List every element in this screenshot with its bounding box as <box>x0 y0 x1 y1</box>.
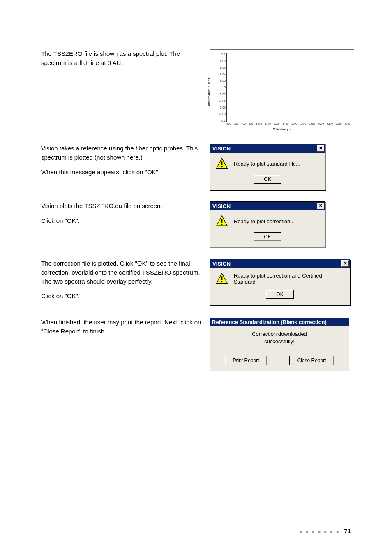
ok-button[interactable]: OK <box>254 175 281 184</box>
page: The TSSZERO file is shown as a spectral … <box>0 0 392 555</box>
ok-button[interactable]: OK <box>266 290 293 299</box>
warning-icon <box>216 157 228 170</box>
row-ref-panel: When finished, the user may print the re… <box>41 318 351 371</box>
paragraph: Click on "OK". <box>41 291 205 301</box>
xtick: 1000 <box>256 122 262 126</box>
xtick: 1450 <box>283 122 288 126</box>
dialog-titlebar: VISION ✕ <box>210 144 325 153</box>
warning-icon <box>216 273 228 285</box>
xtick: 1600 <box>291 122 297 126</box>
vision-dialog-correction: VISION ✕ Ready to plot correction... OK <box>210 201 325 247</box>
chart-x-axis-label: Wavelength <box>273 127 291 131</box>
svg-rect-1 <box>221 161 223 165</box>
paragraph: When this message appears, click on "OK"… <box>41 168 205 177</box>
xtick: 1150 <box>265 122 270 126</box>
svg-point-2 <box>221 166 222 167</box>
row-dialog-3: The correction file is plotted. Click "O… <box>41 259 351 306</box>
row-chart: The TSSZERO file is shown as a spectral … <box>41 49 351 132</box>
panel-body: Correction downloaded successfully! <box>210 326 349 346</box>
xtick: 1750 <box>300 122 306 126</box>
vision-dialog-certified: VISION ✕ Ready to plot correction and Ce… <box>210 259 350 305</box>
xtick: 700 <box>241 122 246 126</box>
ytick: 0.08 <box>217 60 226 62</box>
xtick: 1300 <box>274 122 279 126</box>
xtick: 550 <box>234 122 238 126</box>
ytick: 0.1 <box>217 53 226 56</box>
spectral-chart: Absorbance X 10^10 0.1 0.08 0.06 0.04 0.… <box>210 49 354 132</box>
dialog-title: VISION <box>212 261 231 267</box>
text-block-2: Vision takes a reference using the fiber… <box>41 144 210 182</box>
xtick: 2500 <box>344 122 350 126</box>
ytick: 0.04 <box>217 73 226 76</box>
dialog-body: Ready to plot correction... <box>210 210 325 230</box>
page-number: 71 <box>344 527 351 534</box>
row-dialog-1: Vision takes a reference using the fiber… <box>41 144 351 190</box>
close-report-button[interactable]: Close Report <box>289 356 334 365</box>
paragraph: Vision takes a reference using the fiber… <box>41 144 205 162</box>
chart-y-axis-label: Absorbance X 10^10 <box>207 76 211 106</box>
ytick: -0.04 <box>217 99 226 102</box>
chart-y-ticks: 0.1 0.08 0.06 0.04 0.02 0 -0.02 -0.04 -0… <box>217 53 226 122</box>
svg-point-8 <box>221 281 222 282</box>
paragraph: Click on "OK". <box>41 216 205 225</box>
paragraph: The TSSZERO file is shown as a spectral … <box>41 49 205 67</box>
dialog-titlebar: VISION ✕ <box>210 259 350 268</box>
print-report-button[interactable]: Print Report <box>225 356 267 365</box>
ytick: -0.06 <box>217 106 226 109</box>
xtick: 2200 <box>327 122 332 126</box>
vision-dialog-standard: VISION ✕ Ready to plot standard file... … <box>210 144 325 190</box>
ytick: 0.02 <box>217 79 226 82</box>
svg-rect-7 <box>221 276 223 280</box>
reference-standardization-panel: Reference Standardization (Blank correct… <box>210 318 349 371</box>
text-block-5: When finished, the user may print the re… <box>41 318 210 342</box>
ytick: -0.1 <box>217 119 226 122</box>
xtick: 2050 <box>318 122 324 126</box>
paragraph: The correction file is plotted. Click "O… <box>41 259 205 286</box>
chart-x-ticks: 400 550 700 850 1000 1150 1300 1450 1600… <box>226 122 350 126</box>
dialog-body: Ready to plot correction and Certified S… <box>210 268 350 287</box>
paragraph: Vision plots the TSSZERO.da file on scre… <box>41 201 205 210</box>
dialog-titlebar: VISION ✕ <box>210 202 325 210</box>
panel-message-line: Correction downloaded <box>211 331 348 338</box>
panel-title: Reference Standardization (Blank correct… <box>210 318 349 326</box>
xtick: 1900 <box>309 122 315 126</box>
ytick: 0.06 <box>217 66 226 69</box>
chart-zero-line <box>227 88 350 88</box>
panel-message-line: successfully! <box>211 338 348 345</box>
row-dialog-2: Vision plots the TSSZERO.da file on scre… <box>41 201 351 247</box>
dialog-message: Ready to plot correction and Certified S… <box>234 273 344 285</box>
dialog-title: VISION <box>212 146 231 152</box>
close-icon[interactable]: ✕ <box>317 145 324 152</box>
text-block-4: The correction file is plotted. Click "O… <box>41 259 210 306</box>
xtick: 850 <box>249 122 253 126</box>
close-icon[interactable]: ✕ <box>341 260 349 267</box>
xtick: 2350 <box>336 122 341 126</box>
dialog-body: Ready to plot standard file... <box>210 153 325 172</box>
footer-dots-icon: ■ ■ ■ ■ ■ ■ ■ <box>300 530 340 534</box>
chart-container: Absorbance X 10^10 0.1 0.08 0.06 0.04 0.… <box>210 49 354 132</box>
panel-buttons: Print Report Close Report <box>210 346 349 371</box>
text-block-1: The TSSZERO file is shown as a spectral … <box>41 49 210 73</box>
chart-plot-area <box>226 53 350 122</box>
ytick: -0.08 <box>217 113 226 116</box>
warning-icon <box>216 215 228 227</box>
svg-rect-4 <box>221 219 223 222</box>
close-icon[interactable]: ✕ <box>317 203 324 209</box>
ok-button[interactable]: OK <box>254 232 281 241</box>
xtick: 400 <box>226 122 231 126</box>
dialog-message: Ready to plot standard file... <box>234 161 300 167</box>
paragraph: When finished, the user may print the re… <box>41 318 205 336</box>
page-footer: ■ ■ ■ ■ ■ ■ ■ 71 <box>300 527 351 534</box>
text-block-3: Vision plots the TSSZERO.da file on scre… <box>41 201 210 231</box>
ytick: -0.02 <box>217 93 226 96</box>
dialog-message: Ready to plot correction... <box>234 218 295 224</box>
ytick: 0 <box>217 86 226 89</box>
dialog-title: VISION <box>212 203 231 209</box>
svg-point-5 <box>221 224 222 225</box>
